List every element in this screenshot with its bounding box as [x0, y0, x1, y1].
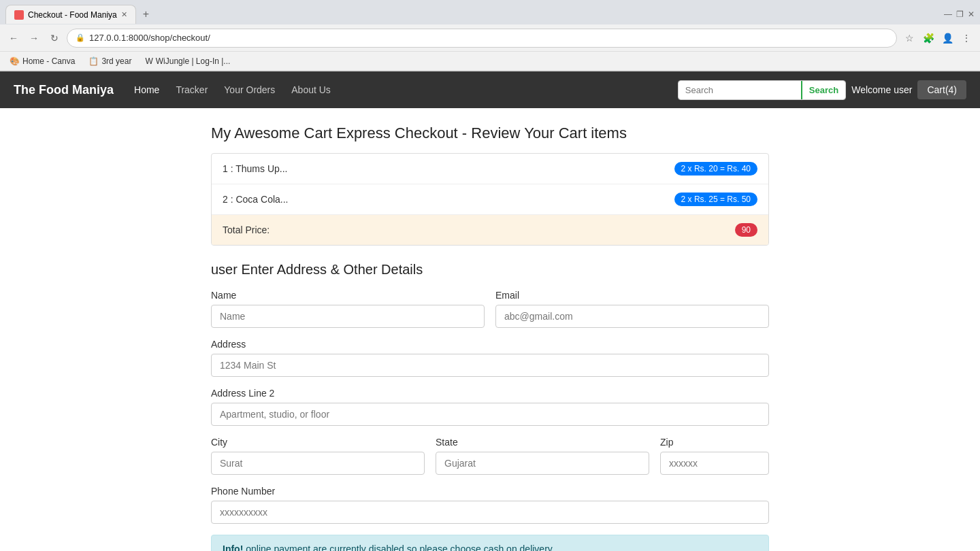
nav-about[interactable]: About Us	[284, 80, 338, 99]
zip-label: Zip	[660, 437, 769, 448]
total-label: Total Price:	[223, 224, 270, 235]
state-input[interactable]	[436, 452, 649, 475]
bookmark-favicon: 📋	[88, 56, 99, 66]
search-button[interactable]: Search	[801, 81, 845, 99]
main-content: My Awesome Cart Express Checkout - Revie…	[197, 108, 783, 551]
cart-row-2: 2 : Coca Cola... 2 x Rs. 25 = Rs. 50	[212, 184, 768, 215]
profile-button[interactable]: 👤	[939, 30, 956, 46]
address2-input[interactable]	[211, 403, 769, 426]
cart-item-2-label: 2 : Coca Cola...	[223, 194, 289, 205]
phone-group: Phone Number	[211, 486, 769, 524]
bookmark-label: WiJungle | Log-In |...	[156, 56, 231, 66]
cart-total-row: Total Price: 90	[212, 215, 768, 245]
address-group: Address	[211, 339, 769, 377]
tab-close-button[interactable]: ✕	[121, 10, 127, 19]
navbar-links: Home Tracker Your Orders About Us	[127, 80, 338, 99]
name-label: Name	[211, 290, 485, 301]
address-input[interactable]	[211, 354, 769, 377]
window-minimize[interactable]: —	[944, 10, 952, 19]
reload-button[interactable]: ↻	[46, 30, 63, 46]
cart-row-1: 1 : Thums Up... 2 x Rs. 20 = Rs. 40	[212, 154, 768, 184]
name-input[interactable]	[211, 305, 485, 328]
city-group: City	[211, 437, 425, 475]
tab-bar: Checkout - Food Maniya ✕ + — ❐ ✕	[0, 0, 980, 24]
search-input[interactable]	[679, 81, 801, 99]
url-text: 127.0.0.1:8000/shop/checkout/	[89, 33, 210, 43]
bookmark-label: Home - Canva	[22, 56, 75, 66]
new-tab-button[interactable]: +	[139, 8, 153, 20]
active-tab[interactable]: Checkout - Food Maniya ✕	[5, 5, 136, 24]
state-group: State	[436, 437, 649, 475]
city-input[interactable]	[211, 452, 425, 475]
total-value: 90	[735, 223, 757, 237]
address2-label: Address Line 2	[211, 388, 769, 399]
nav-orders[interactable]: Your Orders	[217, 80, 282, 99]
tab-favicon	[14, 10, 24, 20]
bookmark-wijungle[interactable]: W WiJungle | Log-In |...	[141, 55, 234, 67]
bookmark-canva[interactable]: 🎨 Home - Canva	[5, 55, 79, 67]
email-input[interactable]	[495, 305, 769, 328]
address-row: Address	[211, 339, 769, 377]
address-label: Address	[211, 339, 769, 350]
city-state-zip-row: City State Zip	[211, 437, 769, 475]
email-group: Email	[495, 290, 769, 328]
browser-chrome: Checkout - Food Maniya ✕ + — ❐ ✕ ← → ↻ 🔒…	[0, 0, 980, 71]
bookmark-3rdyear[interactable]: 📋 3rd year	[84, 55, 135, 67]
city-label: City	[211, 437, 425, 448]
search-box: Search	[678, 80, 846, 100]
nav-tracker[interactable]: Tracker	[169, 80, 214, 99]
bookmark-favicon: W	[145, 56, 152, 66]
welcome-user[interactable]: Welcome user	[851, 84, 912, 95]
email-label: Email	[495, 290, 769, 301]
extensions-button[interactable]: 🧩	[920, 30, 936, 46]
cart-table: 1 : Thums Up... 2 x Rs. 20 = Rs. 40 2 : …	[211, 153, 769, 246]
address2-group: Address Line 2	[211, 388, 769, 426]
window-restore[interactable]: ❐	[956, 10, 964, 19]
navbar: The Food Maniya Home Tracker Your Orders…	[0, 71, 980, 108]
browser-controls: ← → ↻ 🔒 127.0.0.1:8000/shop/checkout/ ☆ …	[0, 24, 980, 52]
name-group: Name	[211, 290, 485, 328]
bookmark-favicon: 🎨	[10, 56, 20, 66]
zip-group: Zip	[660, 437, 769, 475]
lock-icon: 🔒	[76, 33, 85, 42]
menu-button[interactable]: ⋮	[958, 30, 975, 46]
window-close[interactable]: ✕	[968, 10, 975, 19]
name-email-row: Name Email	[211, 290, 769, 328]
bookmark-bar: 🎨 Home - Canva 📋 3rd year W WiJungle | L…	[0, 52, 980, 71]
forward-button[interactable]: →	[26, 30, 42, 46]
navbar-right: Search Welcome user Cart(4)	[678, 80, 966, 100]
bookmark-label: 3rd year	[101, 56, 131, 66]
cart-item-1-label: 1 : Thums Up...	[223, 163, 287, 174]
phone-row: Phone Number	[211, 486, 769, 524]
info-alert: Info! online payment are currently disab…	[211, 535, 769, 551]
cart-item-2-badge: 2 x Rs. 25 = Rs. 50	[674, 193, 757, 206]
state-label: State	[436, 437, 649, 448]
navbar-brand: The Food Maniya	[14, 83, 114, 97]
tab-title: Checkout - Food Maniya	[28, 10, 117, 20]
star-button[interactable]: ☆	[901, 30, 917, 46]
info-alert-text: online payment are currently disabled so…	[243, 544, 554, 551]
browser-action-icons: ☆ 🧩 👤 ⋮	[901, 30, 975, 46]
cart-button[interactable]: Cart(4)	[917, 80, 966, 99]
address2-row: Address Line 2	[211, 388, 769, 426]
phone-label: Phone Number	[211, 486, 769, 497]
cart-item-1-badge: 2 x Rs. 20 = Rs. 40	[674, 162, 757, 176]
phone-input[interactable]	[211, 501, 769, 524]
form-title: user Enter Address & Other Details	[211, 262, 769, 278]
back-button[interactable]: ←	[5, 30, 22, 46]
page-title: My Awesome Cart Express Checkout - Revie…	[211, 124, 769, 142]
address-bar[interactable]: 🔒 127.0.0.1:8000/shop/checkout/	[67, 29, 897, 48]
nav-home[interactable]: Home	[127, 80, 166, 99]
info-alert-bold: Info!	[223, 544, 243, 551]
zip-input[interactable]	[660, 452, 769, 475]
